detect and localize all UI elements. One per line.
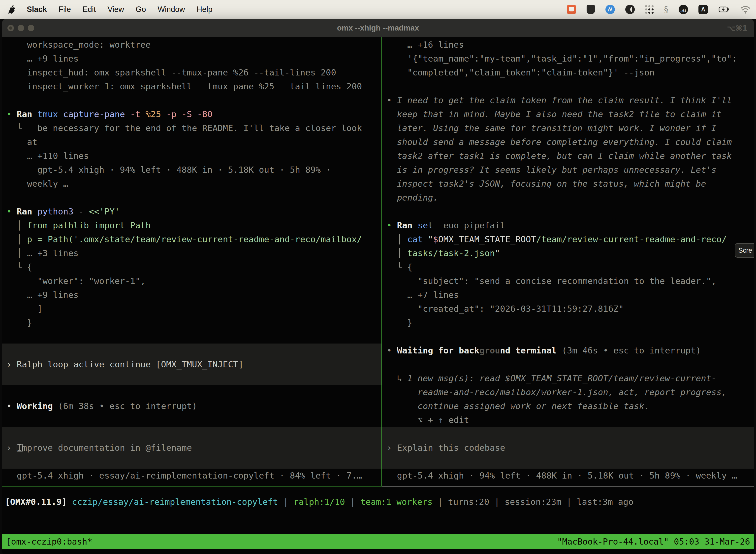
hook-menu-icon[interactable]: § (664, 4, 668, 14)
terminal-line: weekly … (2, 177, 381, 190)
menu-item-window[interactable]: Window (158, 5, 185, 14)
wifi-icon[interactable] (740, 5, 751, 14)
tmux-pane-area: workspace_mode: worktree … +9 lines insp… (2, 37, 754, 487)
battery-icon[interactable] (718, 5, 730, 14)
terminal-line: │ p = Path('.omx/state/team/review-curre… (2, 232, 381, 246)
terminal-line: "created_at": "2026-03-31T11:59:27.816Z" (382, 302, 754, 316)
terminal-line (2, 455, 381, 468)
terminal-line: ] (2, 302, 381, 316)
status-seg: cczip/essay/ai-reimplementation-copyleft (72, 497, 283, 507)
terminal-line: • I need to get the claim token from the… (382, 93, 754, 107)
terminal-line: readme-and-reco/mailbox/worker-1.json, a… (382, 385, 754, 399)
terminal-line (2, 371, 381, 385)
terminal-line: … +7 lines (382, 288, 754, 302)
tmux-status-bar: [omx-cczip0:bash* "MacBook-Pro-44.local"… (2, 534, 754, 549)
terminal-line (382, 427, 754, 441)
terminal-line: } (2, 316, 381, 330)
left-terminal-pane[interactable]: workspace_mode: worktree … +9 lines insp… (2, 37, 382, 487)
terminal-line: continue assigned work or next feasible … (382, 399, 754, 413)
menu-item-view[interactable]: View (107, 5, 124, 14)
terminal-line: gpt-5.4 xhigh · 94% left · 488K in · 5.1… (382, 468, 754, 483)
menu-item-go[interactable]: Go (136, 5, 146, 14)
terminal-line: pending. (382, 190, 754, 205)
macos-menu-bar: Slack File Edit View Go Window Help § ..… (0, 0, 756, 19)
terminal-line: '{"team_name":"my-team","task_id":"1","f… (382, 52, 754, 65)
zoom-button[interactable] (28, 25, 34, 31)
terminal-line: └ { (382, 260, 754, 274)
terminal-line: │ cat "$OMX_TEAM_STATE_ROOT/team/review-… (382, 232, 754, 246)
status-seg: | turns:20 | session:23m | last:3m ago (438, 497, 633, 507)
terminal-line: … +110 lines (2, 149, 381, 163)
status-seg: | (350, 497, 361, 507)
terminal-line: workspace_mode: worktree (2, 38, 381, 52)
menu-item-file[interactable]: File (59, 5, 71, 14)
terminal-line: │ from pathlib import Path (2, 218, 381, 232)
screenshot-notification[interactable]: Scre (735, 243, 754, 258)
terminal-line: inspect_hud: omx sparkshell --tmux-pane … (2, 65, 381, 79)
a-app-icon[interactable]: A (698, 5, 708, 14)
terminal-line (2, 93, 381, 107)
password-shield-icon[interactable] (586, 5, 595, 14)
terminal-line (382, 79, 754, 93)
menu-item-help[interactable]: Help (197, 5, 212, 14)
terminal-line: … +9 lines (2, 288, 381, 302)
status-seg: ralph:1/10 (294, 497, 350, 507)
terminal-line: … +9 lines (2, 52, 381, 65)
terminal-line: └ { (2, 260, 381, 274)
window-footer (2, 549, 754, 554)
dots-grid-icon[interactable] (645, 5, 653, 14)
menu-item-edit[interactable]: Edit (82, 5, 96, 14)
terminal-line (382, 357, 754, 371)
close-button[interactable] (7, 25, 14, 31)
terminal-line: │ … +3 lines (2, 246, 381, 260)
window-title-bar[interactable]: omx --xhigh --madmax ⌥⌘1 (2, 19, 754, 37)
terminal-line: └ be necessary for the end of the README… (2, 121, 381, 135)
terminal-line: │ tasks/task-2.json" (382, 246, 754, 260)
terminal-line: task2 after task1 is complete, but can I… (382, 149, 754, 163)
terminal-line (2, 385, 381, 399)
terminal-line: • Ran tmux capture-pane -t %25 -p -S -80 (2, 107, 381, 121)
terminal-line (2, 343, 381, 357)
terminal-line: gpt-5.4 xhigh · 94% left · 488K in · 5.1… (2, 163, 381, 177)
terminal-line: inspect task2's JSON, focusing on the st… (382, 177, 754, 190)
terminal-line: "worker": "worker-1", (2, 274, 381, 288)
terminal-line (382, 455, 754, 468)
terminal-line: later. Using the same for transition mig… (382, 121, 754, 135)
chat-app-icon[interactable] (567, 5, 576, 14)
status-seg: team:1 workers (360, 497, 438, 507)
terminal-line: … +16 lines (382, 38, 754, 52)
terminal-line: • Working (6m 38s • esc to interrupt) (2, 399, 381, 413)
menu-item-slack[interactable]: Slack (27, 5, 47, 14)
terminal-line (2, 413, 381, 427)
tmux-host-clock: "MacBook-Pro-44.local" 05:03 31-Mar-26 (557, 537, 750, 547)
screenshot-notification-text: Scre (738, 247, 752, 255)
window-title: omx --xhigh --madmax (2, 23, 754, 33)
terminal-line: ↳ 1 new msg(s): read $OMX_TEAM_STATE_ROO… (382, 371, 754, 385)
menu-bar-status-area: § ..61 A (567, 4, 751, 14)
blue-app-icon[interactable] (606, 5, 615, 14)
terminal-line: › Ralph loop active continue [OMX_TMUX_I… (2, 357, 381, 371)
terminal-line: keep that in mind. Maybe I also need the… (382, 107, 754, 121)
terminal-line: ⌥ + ↑ edit (382, 413, 754, 427)
terminal-line: } (382, 316, 754, 330)
tmux-session-name[interactable]: [omx-cczip0:bash* (6, 537, 557, 547)
terminal-line: • Ran set -euo pipefail (382, 218, 754, 232)
terminal-line: › Explain this codebase (382, 441, 754, 455)
terminal-line: at (2, 135, 381, 149)
status-seg: [OMX#0.11.9] (5, 497, 72, 507)
terminal-line (2, 427, 381, 441)
apple-menu-icon[interactable] (8, 5, 16, 14)
terminal-line (382, 205, 754, 218)
terminal-line (382, 330, 754, 343)
right-terminal-pane[interactable]: … +16 lines '{"team_name":"my-team","tas… (382, 37, 754, 487)
terminal-line: • Waiting for background terminal (3m 46… (382, 343, 754, 357)
counter-badge-icon[interactable]: ..61 (679, 5, 688, 14)
terminal-line: "completed","claim_token":"claim-token"}… (382, 65, 754, 79)
terminal-line: • Ran python3 - <<'PY' (2, 205, 381, 218)
window-shortcut: ⌥⌘1 (727, 24, 754, 33)
traffic-light-buttons (2, 25, 34, 31)
terminal-line (2, 190, 381, 205)
crescent-app-icon[interactable] (625, 5, 635, 14)
terminal-line: gpt-5.4 xhigh · essay/ai-reimplementatio… (2, 468, 381, 483)
minimize-button[interactable] (18, 25, 24, 31)
